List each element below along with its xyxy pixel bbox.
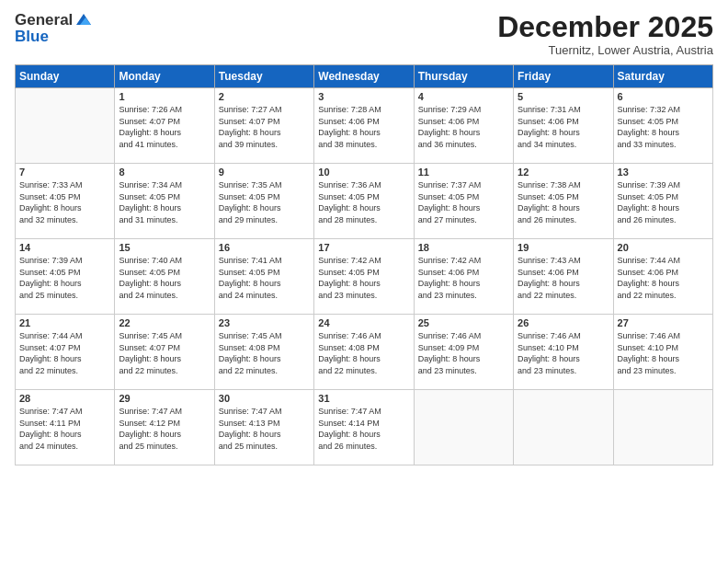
- table-row: [613, 390, 712, 465]
- day-number: 11: [418, 167, 509, 178]
- day-number: 8: [119, 167, 210, 178]
- calendar-week-row: 21Sunrise: 7:44 AMSunset: 4:07 PMDayligh…: [16, 315, 713, 390]
- day-info: Sunrise: 7:45 AMSunset: 4:08 PMDaylight:…: [219, 330, 310, 376]
- day-info: Sunrise: 7:47 AMSunset: 4:13 PMDaylight:…: [219, 406, 310, 452]
- day-number: 3: [318, 91, 409, 102]
- day-info: Sunrise: 7:39 AMSunset: 4:05 PMDaylight:…: [618, 179, 709, 225]
- calendar-week-row: 1Sunrise: 7:26 AMSunset: 4:07 PMDaylight…: [16, 88, 713, 164]
- day-number: 17: [318, 242, 409, 253]
- table-row: 6Sunrise: 7:32 AMSunset: 4:05 PMDaylight…: [613, 88, 712, 164]
- header-sunday: Sunday: [16, 65, 115, 88]
- day-info: Sunrise: 7:46 AMSunset: 4:10 PMDaylight:…: [618, 330, 709, 376]
- day-number: 7: [19, 167, 110, 178]
- table-row: 14Sunrise: 7:39 AMSunset: 4:05 PMDayligh…: [16, 239, 115, 315]
- table-row: 30Sunrise: 7:47 AMSunset: 4:13 PMDayligh…: [214, 390, 313, 465]
- header-tuesday: Tuesday: [214, 65, 313, 88]
- day-info: Sunrise: 7:40 AMSunset: 4:05 PMDaylight:…: [119, 255, 210, 301]
- logo-general-text: General: [15, 11, 73, 29]
- table-row: 27Sunrise: 7:46 AMSunset: 4:10 PMDayligh…: [613, 315, 712, 390]
- day-number: 27: [618, 317, 709, 328]
- day-info: Sunrise: 7:46 AMSunset: 4:08 PMDaylight:…: [318, 330, 409, 376]
- day-info: Sunrise: 7:38 AMSunset: 4:05 PMDaylight:…: [518, 179, 609, 225]
- day-number: 16: [219, 242, 310, 253]
- header-wednesday: Wednesday: [314, 65, 414, 88]
- table-row: 19Sunrise: 7:43 AMSunset: 4:06 PMDayligh…: [514, 239, 613, 315]
- table-row: [16, 88, 115, 164]
- day-info: Sunrise: 7:45 AMSunset: 4:07 PMDaylight:…: [119, 330, 210, 376]
- calendar-table: Sunday Monday Tuesday Wednesday Thursday…: [15, 64, 713, 465]
- day-info: Sunrise: 7:43 AMSunset: 4:06 PMDaylight:…: [518, 255, 609, 301]
- header: General Blue December 2025 Tuernitz, Low…: [15, 11, 713, 57]
- day-number: 29: [119, 393, 210, 404]
- header-saturday: Saturday: [613, 65, 712, 88]
- table-row: 2Sunrise: 7:27 AMSunset: 4:07 PMDaylight…: [214, 88, 313, 164]
- day-info: Sunrise: 7:28 AMSunset: 4:06 PMDaylight:…: [318, 104, 409, 150]
- day-number: 25: [418, 317, 509, 328]
- day-info: Sunrise: 7:44 AMSunset: 4:07 PMDaylight:…: [19, 330, 110, 376]
- table-row: 29Sunrise: 7:47 AMSunset: 4:12 PMDayligh…: [115, 390, 214, 465]
- page: General Blue December 2025 Tuernitz, Low…: [0, 0, 728, 563]
- table-row: 13Sunrise: 7:39 AMSunset: 4:05 PMDayligh…: [613, 164, 712, 239]
- table-row: [414, 390, 513, 465]
- day-info: Sunrise: 7:35 AMSunset: 4:05 PMDaylight:…: [219, 179, 310, 225]
- day-number: 12: [518, 167, 609, 178]
- day-number: 19: [518, 242, 609, 253]
- table-row: 26Sunrise: 7:46 AMSunset: 4:10 PMDayligh…: [514, 315, 613, 390]
- table-row: 28Sunrise: 7:47 AMSunset: 4:11 PMDayligh…: [16, 390, 115, 465]
- logo: General Blue: [15, 11, 91, 46]
- day-info: Sunrise: 7:44 AMSunset: 4:06 PMDaylight:…: [618, 255, 709, 301]
- day-number: 14: [19, 242, 110, 253]
- day-number: 18: [418, 242, 509, 253]
- day-info: Sunrise: 7:42 AMSunset: 4:06 PMDaylight:…: [418, 255, 509, 301]
- day-info: Sunrise: 7:47 AMSunset: 4:12 PMDaylight:…: [119, 406, 210, 452]
- table-row: 31Sunrise: 7:47 AMSunset: 4:14 PMDayligh…: [314, 390, 414, 465]
- day-number: 6: [618, 91, 709, 102]
- day-number: 5: [518, 91, 609, 102]
- table-row: 22Sunrise: 7:45 AMSunset: 4:07 PMDayligh…: [115, 315, 214, 390]
- table-row: 24Sunrise: 7:46 AMSunset: 4:08 PMDayligh…: [314, 315, 414, 390]
- logo-blue-text: Blue: [15, 28, 91, 46]
- calendar-subtitle: Tuernitz, Lower Austria, Austria: [497, 43, 713, 57]
- day-number: 31: [318, 393, 409, 404]
- day-number: 15: [119, 242, 210, 253]
- day-number: 28: [19, 393, 110, 404]
- table-row: 3Sunrise: 7:28 AMSunset: 4:06 PMDaylight…: [314, 88, 414, 164]
- day-info: Sunrise: 7:26 AMSunset: 4:07 PMDaylight:…: [119, 104, 210, 150]
- header-friday: Friday: [514, 65, 613, 88]
- day-info: Sunrise: 7:46 AMSunset: 4:09 PMDaylight:…: [418, 330, 509, 376]
- day-info: Sunrise: 7:39 AMSunset: 4:05 PMDaylight:…: [19, 255, 110, 301]
- table-row: [514, 390, 613, 465]
- day-info: Sunrise: 7:29 AMSunset: 4:06 PMDaylight:…: [418, 104, 509, 150]
- day-number: 4: [418, 91, 509, 102]
- day-info: Sunrise: 7:47 AMSunset: 4:11 PMDaylight:…: [19, 406, 110, 452]
- day-info: Sunrise: 7:31 AMSunset: 4:06 PMDaylight:…: [518, 104, 609, 150]
- day-info: Sunrise: 7:42 AMSunset: 4:05 PMDaylight:…: [318, 255, 409, 301]
- table-row: 9Sunrise: 7:35 AMSunset: 4:05 PMDaylight…: [214, 164, 313, 239]
- day-info: Sunrise: 7:33 AMSunset: 4:05 PMDaylight:…: [19, 179, 110, 225]
- table-row: 25Sunrise: 7:46 AMSunset: 4:09 PMDayligh…: [414, 315, 513, 390]
- day-number: 10: [318, 167, 409, 178]
- day-info: Sunrise: 7:37 AMSunset: 4:05 PMDaylight:…: [418, 179, 509, 225]
- table-row: 8Sunrise: 7:34 AMSunset: 4:05 PMDaylight…: [115, 164, 214, 239]
- logo-icon: [74, 12, 91, 27]
- day-number: 22: [119, 317, 210, 328]
- table-row: 17Sunrise: 7:42 AMSunset: 4:05 PMDayligh…: [314, 239, 414, 315]
- table-row: 11Sunrise: 7:37 AMSunset: 4:05 PMDayligh…: [414, 164, 513, 239]
- day-info: Sunrise: 7:27 AMSunset: 4:07 PMDaylight:…: [219, 104, 310, 150]
- day-number: 2: [219, 91, 310, 102]
- day-info: Sunrise: 7:47 AMSunset: 4:14 PMDaylight:…: [318, 406, 409, 452]
- day-number: 9: [219, 167, 310, 178]
- day-number: 23: [219, 317, 310, 328]
- table-row: 18Sunrise: 7:42 AMSunset: 4:06 PMDayligh…: [414, 239, 513, 315]
- table-row: 20Sunrise: 7:44 AMSunset: 4:06 PMDayligh…: [613, 239, 712, 315]
- header-thursday: Thursday: [414, 65, 513, 88]
- calendar-title: December 2025: [497, 11, 713, 43]
- day-info: Sunrise: 7:36 AMSunset: 4:05 PMDaylight:…: [318, 179, 409, 225]
- day-number: 26: [518, 317, 609, 328]
- weekday-header-row: Sunday Monday Tuesday Wednesday Thursday…: [16, 65, 713, 88]
- table-row: 4Sunrise: 7:29 AMSunset: 4:06 PMDaylight…: [414, 88, 513, 164]
- day-info: Sunrise: 7:46 AMSunset: 4:10 PMDaylight:…: [518, 330, 609, 376]
- table-row: 5Sunrise: 7:31 AMSunset: 4:06 PMDaylight…: [514, 88, 613, 164]
- calendar-week-row: 28Sunrise: 7:47 AMSunset: 4:11 PMDayligh…: [16, 390, 713, 465]
- day-info: Sunrise: 7:32 AMSunset: 4:05 PMDaylight:…: [618, 104, 709, 150]
